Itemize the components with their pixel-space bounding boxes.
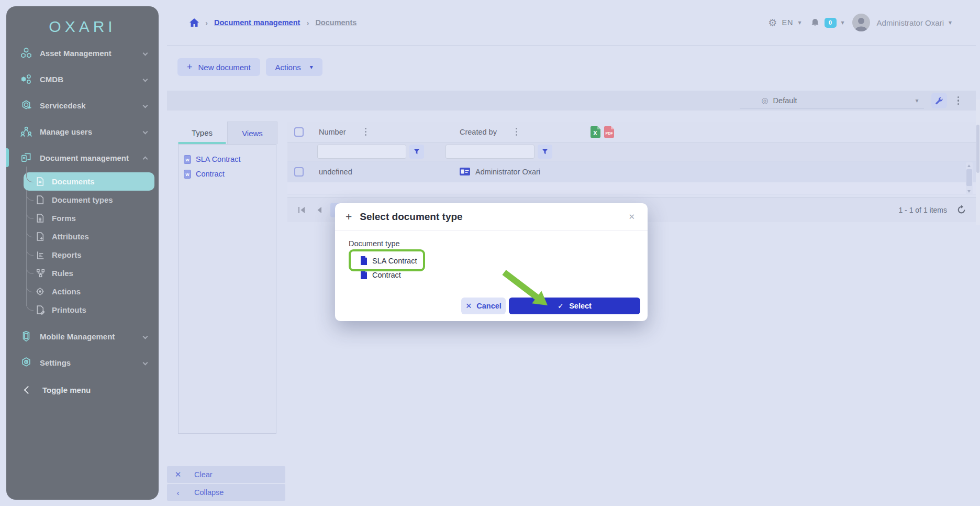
left-panel-footer: ✕ Clear ‹ Collapse [167, 466, 285, 502]
sidebar-item-label: Asset Management [40, 49, 112, 58]
nodes-icon [20, 73, 32, 85]
doc-form-icon [36, 213, 44, 223]
breadcrumb-documents[interactable]: Documents [315, 18, 357, 27]
sidebar-item-actions[interactable]: Actions [6, 282, 159, 301]
scroll-up-icon[interactable] [967, 164, 971, 167]
x-icon: ✕ [174, 470, 182, 479]
tree-item-contract[interactable]: w Contract [184, 167, 271, 181]
actions-dropdown-button[interactable]: Actions ▾ [266, 58, 322, 76]
sidebar-item-label: Servicedesk [40, 101, 86, 110]
filter-funnel-icon [541, 148, 549, 155]
settings-gear-icon [20, 356, 32, 369]
chevron-down-icon [143, 334, 148, 339]
refresh-icon[interactable] [956, 205, 966, 215]
highlight-box-annotation [349, 249, 425, 271]
sidebar-item-asset-management[interactable]: Asset Management [6, 40, 159, 66]
column-menu-button[interactable] [514, 126, 519, 138]
created-by-filter-input[interactable] [446, 145, 534, 159]
close-icon[interactable]: ✕ [626, 210, 637, 224]
home-icon[interactable] [190, 18, 199, 27]
id-card-icon [460, 168, 470, 175]
svg-text:w: w [185, 157, 190, 162]
cell-created-by-value: Administrator Oxari [475, 168, 540, 176]
tab-types[interactable]: Types [177, 122, 227, 144]
sidebar-item-reports[interactable]: Reports [6, 246, 159, 264]
table-row[interactable]: undefined Administrator Oxari [287, 161, 976, 182]
actions-label: Actions [275, 63, 301, 72]
wrench-icon [934, 96, 943, 105]
collapse-button[interactable]: ‹ Collapse [167, 484, 285, 501]
grid-filter-row [287, 142, 976, 161]
svg-text:w: w [185, 172, 190, 177]
rules-icon [36, 268, 44, 278]
prev-page-icon[interactable] [316, 206, 322, 214]
bell-icon[interactable] [810, 18, 820, 27]
avatar[interactable] [852, 14, 870, 31]
number-filter-input[interactable] [317, 145, 406, 159]
sidebar-item-mobile-management[interactable]: Mobile Management [6, 323, 159, 349]
doc-blank-icon [36, 195, 44, 205]
chevron-left-icon [24, 386, 32, 394]
oxari-logo: OXARI [49, 18, 116, 36]
sidebar-item-settings[interactable]: Settings [6, 349, 159, 376]
breadcrumb-document-management[interactable]: Document management [214, 18, 300, 27]
select-all-checkbox[interactable] [294, 127, 304, 137]
number-filter-button[interactable] [409, 145, 424, 159]
sidebar-item-printouts[interactable]: Printouts [6, 301, 159, 319]
pdf-export-icon[interactable]: PDF [604, 126, 614, 138]
gear-icon[interactable]: ⚙ [768, 17, 777, 29]
column-menu-button[interactable] [363, 126, 369, 138]
mobile-icon [20, 330, 32, 343]
grid-scrollbar[interactable] [966, 162, 973, 195]
grid-header-row: Number Created by X PDF [287, 122, 976, 142]
view-bar: ◎ Default ▾ [167, 91, 976, 111]
caret-down-icon[interactable]: ▾ [949, 19, 952, 26]
default-view-icon: ◎ [762, 96, 769, 105]
sidebar-item-cmdb[interactable]: CMDB [6, 66, 159, 92]
tab-views[interactable]: Views [227, 122, 277, 144]
view-bar-menu-button[interactable] [955, 94, 962, 107]
sidebar-item-label: Printouts [52, 305, 86, 314]
tree-item-sla-contract[interactable]: w SLA Contract [184, 152, 271, 167]
column-header-label: Created by [460, 128, 497, 136]
cell-created-by: Administrator Oxari [460, 168, 585, 176]
select-label: Select [569, 302, 592, 310]
excel-export-icon[interactable]: X [591, 126, 600, 138]
svg-text:PDF: PDF [606, 131, 614, 135]
sidebar-item-forms[interactable]: Forms [6, 209, 159, 227]
sidebar-item-attributes[interactable]: Attributes [6, 227, 159, 246]
caret-down-icon[interactable]: ▾ [798, 19, 801, 26]
sidebar-item-document-management[interactable]: Document management [6, 145, 159, 171]
column-header-label: Number [319, 128, 346, 136]
first-page-icon[interactable] [298, 206, 306, 214]
sidebar-item-label: Settings [40, 358, 71, 367]
row-checkbox[interactable] [294, 167, 304, 177]
clear-button[interactable]: ✕ Clear [167, 466, 285, 483]
toggle-menu-button[interactable]: Toggle menu [6, 377, 159, 403]
users-icon [20, 125, 32, 138]
doc-lines-icon [36, 177, 44, 186]
new-document-button[interactable]: + New document [177, 58, 260, 76]
breadcrumb: › Document management › Documents [190, 18, 357, 27]
scrollbar-thumb[interactable] [966, 169, 972, 186]
cancel-button[interactable]: ✕ Cancel [461, 298, 506, 314]
scroll-down-icon[interactable] [967, 190, 971, 193]
language-selector[interactable]: EN [782, 18, 793, 27]
page-scrollbar[interactable] [976, 100, 980, 225]
export-buttons: X PDF [591, 126, 614, 138]
modal-header: + Select document type ✕ [335, 203, 648, 230]
modal-title: Select document type [360, 211, 462, 223]
sidebar-item-servicedesk[interactable]: Servicedesk [6, 92, 159, 118]
page-scrollbar-thumb[interactable] [976, 125, 979, 173]
sidebar-item-rules[interactable]: Rules [6, 264, 159, 282]
w-doc-icon: w [184, 170, 191, 179]
sidebar-item-document-types[interactable]: Document types [6, 191, 159, 209]
sidebar-item-manage-users[interactable]: Manage users [6, 118, 159, 145]
sidebar-item-documents[interactable]: Documents [24, 172, 154, 191]
w-doc-icon: w [184, 155, 191, 164]
customize-view-button[interactable] [931, 93, 947, 108]
user-name[interactable]: Administrator Oxari [877, 18, 944, 27]
caret-down-icon[interactable]: ▾ [841, 19, 844, 26]
view-selector[interactable]: ◎ Default ▾ [740, 93, 924, 108]
created-by-filter-button[interactable] [538, 145, 552, 159]
